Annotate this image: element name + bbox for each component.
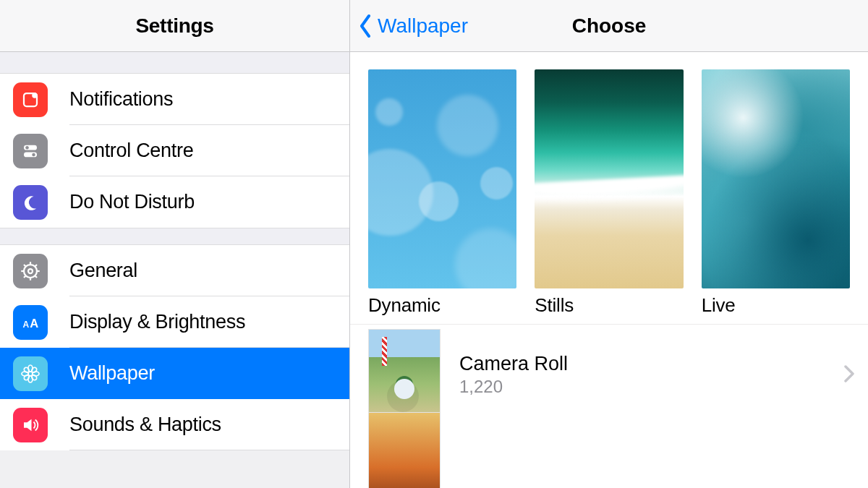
sidebar-item-display-brightness[interactable]: AA Display & Brightness [0, 296, 349, 348]
category-live[interactable]: Live [702, 69, 850, 317]
svg-point-7 [28, 269, 33, 273]
sidebar-item-label: Control Centre [69, 140, 193, 162]
back-label: Wallpaper [378, 14, 468, 38]
gear-icon [13, 254, 48, 288]
svg-point-1 [32, 93, 38, 98]
sidebar-item-sounds-haptics[interactable]: Sounds & Haptics [0, 399, 349, 450]
category-label: Live [702, 294, 850, 317]
dynamic-thumb [368, 69, 516, 288]
detail-header: Wallpaper Choose [350, 0, 868, 52]
album-info: Camera Roll 1,220 [459, 353, 843, 397]
svg-line-13 [35, 275, 37, 278]
album-thumb [368, 329, 441, 421]
sidebar-item-control-centre[interactable]: Control Centre [0, 125, 349, 176]
stills-thumb [535, 69, 683, 288]
sidebar-item-label: Notifications [69, 88, 173, 111]
sidebar-item-label: Do Not Disturb [69, 191, 195, 213]
control-centre-icon [13, 134, 48, 168]
svg-line-12 [24, 265, 26, 267]
sidebar-item-label: Wallpaper [69, 362, 155, 385]
sidebar-item-do-not-disturb[interactable]: Do Not Disturb [0, 176, 349, 228]
sidebar-title: Settings [135, 14, 213, 38]
category-stills[interactable]: Stills [535, 69, 683, 317]
album-thumb-next [368, 412, 441, 488]
back-button[interactable]: Wallpaper [350, 14, 468, 38]
settings-sidebar: Settings Notifications Control Centre Do… [0, 0, 350, 488]
category-label: Dynamic [368, 294, 516, 317]
album-count: 1,220 [459, 377, 843, 397]
sidebar-header: Settings [0, 0, 349, 52]
speaker-icon [13, 408, 48, 442]
chevron-right-icon [843, 364, 855, 386]
text-size-icon: AA [13, 305, 48, 340]
chevron-left-icon [357, 14, 373, 38]
live-thumb [702, 69, 850, 288]
moon-icon [13, 185, 48, 220]
sidebar-item-wallpaper[interactable]: Wallpaper [0, 348, 349, 399]
wallpaper-categories: Dynamic Stills Live [350, 52, 868, 324]
sidebar-item-notifications[interactable]: Notifications [0, 74, 349, 125]
sidebar-item-label: General [69, 260, 137, 282]
flower-icon [13, 356, 48, 391]
svg-text:A: A [30, 316, 38, 329]
svg-text:A: A [23, 319, 30, 329]
category-label: Stills [535, 294, 683, 317]
detail-pane: Wallpaper Choose Dynamic Stills Live [350, 0, 868, 488]
album-title: Camera Roll [459, 353, 843, 375]
category-dynamic[interactable]: Dynamic [368, 69, 516, 317]
group-gap [0, 52, 349, 74]
group-gap [0, 228, 349, 245]
svg-line-15 [24, 275, 26, 278]
svg-point-3 [25, 145, 29, 149]
album-camera-roll[interactable]: Camera Roll 1,220 [350, 324, 868, 425]
svg-point-5 [32, 153, 35, 156]
detail-body: Dynamic Stills Live Camera Roll 1,220 [350, 52, 868, 488]
sidebar-item-label: Sounds & Haptics [69, 414, 221, 436]
notifications-icon [13, 82, 48, 117]
svg-line-14 [35, 265, 37, 267]
sidebar-item-label: Display & Brightness [69, 311, 245, 333]
sidebar-item-general[interactable]: General [0, 245, 349, 296]
